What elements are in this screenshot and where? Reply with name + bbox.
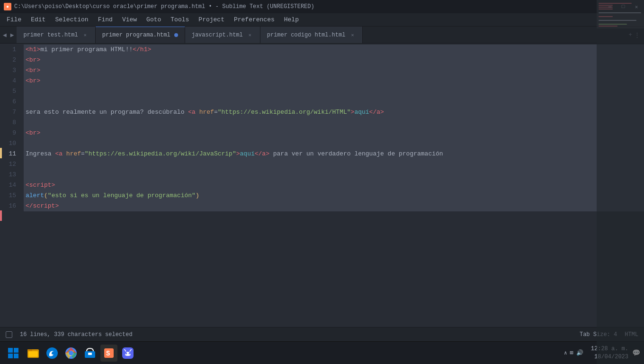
line-num-12: 12 <box>3 159 20 170</box>
menu-edit[interactable]: Edit <box>26 14 50 25</box>
code-line-16: </script> <box>24 201 644 211</box>
line-num-5: 5 <box>3 86 20 97</box>
code-line-14: <script> <box>24 180 644 191</box>
line-num-8: 8 <box>3 118 20 128</box>
explorer-icon <box>27 346 40 360</box>
svg-rect-10 <box>14 348 18 353</box>
line-num-3: 3 <box>3 65 20 76</box>
svg-rect-0 <box>599 3 632 4</box>
tab-close-primer-codigo[interactable]: ✕ <box>349 32 356 38</box>
svg-rect-14 <box>27 349 32 351</box>
left-gutter <box>0 44 3 327</box>
line-num-10: 10 <box>3 138 20 149</box>
line-num-13: 13 <box>3 170 20 180</box>
line-numbers: 1 2 3 4 5 6 7 8 9 10 11 12 13 14 15 16 <box>3 44 24 327</box>
menu-preferences[interactable]: Preferences <box>229 14 279 25</box>
taskbar-sys-icons: ∧ ⊞ 🔊 <box>564 349 583 356</box>
menu-find[interactable]: Find <box>93 14 117 25</box>
code-line-12 <box>24 159 644 170</box>
discord-icon <box>121 346 134 360</box>
code-line-7: sera esto realmente un programa? descúbr… <box>24 107 644 118</box>
tab-nav-left[interactable]: ◀ ▶ <box>0 27 17 43</box>
selection-info: 16 lines, 339 characters selected <box>20 331 133 338</box>
menu-selection[interactable]: Selection <box>50 14 93 25</box>
svg-rect-9 <box>8 348 13 353</box>
sublime-icon: S <box>103 347 115 359</box>
menu-goto[interactable]: Goto <box>142 14 166 25</box>
store-icon <box>83 346 97 360</box>
tab-close-javascript[interactable]: ✕ <box>247 32 253 38</box>
app-icon: ● <box>4 3 11 10</box>
display-icon[interactable]: ⊞ <box>570 349 573 356</box>
svg-rect-1 <box>599 5 613 6</box>
chevron-up-icon[interactable]: ∧ <box>564 350 567 356</box>
line-indicator-16 <box>0 210 2 221</box>
svg-rect-12 <box>14 354 18 358</box>
tab-label: primer codigo html.html <box>267 32 346 38</box>
windows-logo <box>8 347 19 359</box>
menu-project[interactable]: Project <box>194 14 229 25</box>
taskbar-discord[interactable] <box>119 345 136 362</box>
tab-close-primer-test[interactable]: ✕ <box>82 32 89 38</box>
line-num-2: 2 <box>3 55 20 65</box>
line-indicator-11 <box>0 148 2 158</box>
code-line-15: alert("esto si es un lenguaje de program… <box>24 191 644 201</box>
svg-point-26 <box>129 353 130 354</box>
line-num-1: 1 <box>3 45 20 55</box>
svg-rect-4 <box>599 12 641 13</box>
svg-point-25 <box>126 353 127 354</box>
svg-rect-6 <box>599 20 636 21</box>
tab-primer-test[interactable]: primer test.html ✕ <box>17 27 95 43</box>
menu-bar: File Edit Selection Find View Goto Tools… <box>0 13 644 27</box>
start-button[interactable] <box>4 344 23 363</box>
code-line-1: <h1>mi primer programa HTML!!</h1> <box>24 45 644 55</box>
line-num-4: 4 <box>3 76 20 86</box>
svg-rect-8 <box>599 26 617 27</box>
line-num-6: 6 <box>3 97 20 107</box>
volume-icon[interactable]: 🔊 <box>576 349 583 356</box>
taskbar-store[interactable] <box>81 345 98 362</box>
code-line-11: Ingresa <a href="https://es.wikipedia.or… <box>24 149 644 159</box>
taskbar-edge[interactable] <box>44 345 61 362</box>
taskbar-chrome[interactable] <box>63 345 80 362</box>
edge-icon <box>45 346 59 360</box>
menu-file[interactable]: File <box>2 14 26 25</box>
title-bar-left: ● C:\Users\poiso\Desktop\curso oracle\pr… <box>4 3 314 10</box>
title-bar-text: C:\Users\poiso\Desktop\curso oracle\prim… <box>14 3 314 10</box>
taskbar-sublime[interactable]: S <box>100 345 117 362</box>
svg-point-16 <box>46 347 58 359</box>
code-line-6 <box>24 97 644 107</box>
minimap-preview <box>597 2 644 97</box>
menu-tools[interactable]: Tools <box>166 14 194 25</box>
svg-rect-7 <box>599 24 627 25</box>
code-editor[interactable]: <h1>mi primer programa HTML!!</h1> <br> … <box>24 44 644 327</box>
menu-view[interactable]: View <box>117 14 142 25</box>
svg-rect-15 <box>28 351 38 357</box>
svg-rect-11 <box>8 354 13 358</box>
editor-wrapper: 1 2 3 4 5 6 7 8 9 10 11 12 13 14 15 16 <… <box>0 44 644 327</box>
code-line-8 <box>24 118 644 128</box>
code-line-9: <br> <box>24 128 644 138</box>
svg-rect-3 <box>599 9 613 9</box>
svg-rect-5 <box>599 16 613 17</box>
svg-rect-21 <box>88 353 92 355</box>
svg-rect-2 <box>599 7 613 8</box>
tab-javascript[interactable]: javascript.html ✕ <box>185 27 260 43</box>
tab-label: primer programa.html <box>102 32 170 38</box>
menu-help[interactable]: Help <box>279 14 304 25</box>
line-num-15: 15 <box>3 191 20 201</box>
taskbar: S ∧ ⊞ 🔊 12:28 a. m. 18/04/2023 💬 <box>0 341 644 364</box>
line-num-14: 14 <box>3 180 20 191</box>
code-line-10 <box>24 138 644 149</box>
title-bar: ● C:\Users\poiso\Desktop\curso oracle\pr… <box>0 0 644 13</box>
line-num-16: 16 <box>3 201 20 211</box>
tab-primer-codigo[interactable]: primer codigo html.html ✕ <box>260 27 363 43</box>
tab-bar: ◀ ▶ primer test.html ✕ primer programa.h… <box>0 27 644 44</box>
tab-primer-programa[interactable]: primer programa.html <box>96 27 185 43</box>
taskbar-explorer[interactable] <box>25 345 42 362</box>
code-line-13 <box>24 170 644 180</box>
svg-text:S: S <box>106 350 110 357</box>
code-line-5 <box>24 86 644 97</box>
status-bar: 16 lines, 339 characters selected Tab Si… <box>0 327 644 341</box>
line-num-11: 11 <box>3 149 20 159</box>
